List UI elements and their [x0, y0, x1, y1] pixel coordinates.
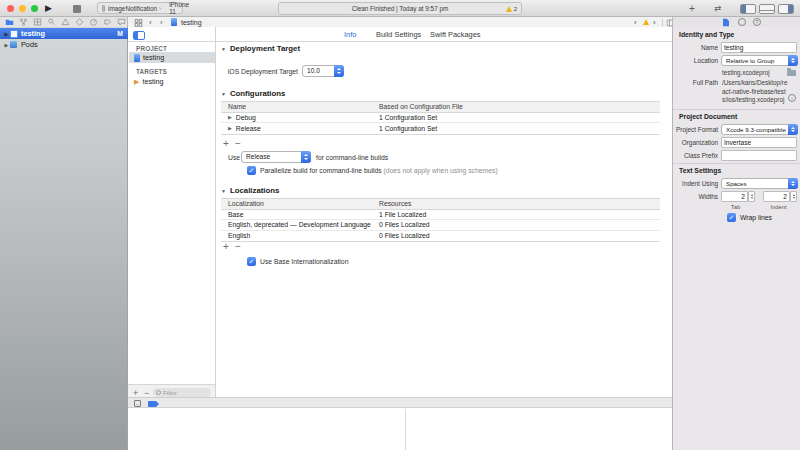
table-row[interactable]: ▶Debug 1 Configuration Set [221, 113, 660, 124]
add-localization-button[interactable]: + [223, 242, 229, 252]
history-inspector-icon[interactable] [738, 18, 746, 26]
target-item[interactable]: ▶ testing [129, 76, 215, 87]
disclosure-icon[interactable]: ▶ [228, 125, 232, 131]
quick-help-inspector-icon[interactable]: ? [753, 18, 761, 26]
issue-navigator-icon[interactable] [61, 18, 70, 26]
add-configuration-button[interactable]: + [223, 139, 229, 149]
remove-configuration-button[interactable]: − [235, 139, 241, 149]
reveal-in-finder-icon[interactable]: › [788, 94, 796, 102]
toolbar: ▶ i imageNotification › iPhone 11 Clean … [0, 0, 800, 17]
target-icon: ▶ [134, 78, 139, 86]
scheme-selector[interactable]: i imageNotification › iPhone 11 [97, 2, 183, 14]
run-button[interactable]: ▶ [45, 3, 52, 13]
close-window-button[interactable] [7, 5, 14, 12]
table-row[interactable]: English, deprecated — Development Langua… [221, 220, 660, 231]
tab-swift-packages[interactable]: Swift Packages [430, 30, 481, 39]
minimize-window-button[interactable] [19, 5, 26, 12]
navigator-item-testing[interactable]: ▶ testing M [0, 28, 128, 39]
class-prefix-label: Class Prefix [673, 152, 718, 159]
project-navigator-icon[interactable] [5, 18, 14, 26]
navigator-item-pods[interactable]: ▶ Pods [0, 39, 128, 50]
breakpoint-navigator-icon[interactable] [103, 18, 112, 26]
debug-console[interactable] [128, 409, 672, 450]
configurations-header[interactable]: ▼Configurations [221, 89, 285, 98]
column-based-on[interactable]: Based on Configuration File [379, 103, 463, 110]
forward-button[interactable]: › [160, 18, 163, 27]
status-text: Clean Finished | Today at 9:57 pm [352, 5, 449, 12]
widths-label: Widths [673, 193, 718, 200]
console-divider[interactable] [405, 409, 406, 450]
tab-width-stepper[interactable] [748, 191, 755, 202]
jumpbar-file-name[interactable]: testing [181, 19, 202, 26]
tab-build-settings[interactable]: Build Settings [376, 30, 421, 39]
column-name[interactable]: Name [221, 103, 246, 110]
navigator-item-label: Pods [21, 40, 38, 49]
filter-field[interactable]: Filter [153, 388, 211, 397]
indent-width-stepper[interactable] [790, 191, 797, 202]
ios-deployment-target-dropdown[interactable]: 10.0 [302, 65, 344, 77]
project-format-dropdown[interactable]: Xcode 9.3-compatible [721, 124, 798, 135]
use-base-internationalization-checkbox[interactable]: ✓ [247, 257, 256, 266]
toggle-navigator-button[interactable] [740, 4, 756, 14]
source-control-icon[interactable] [19, 18, 28, 26]
indent-using-label: Indent Using [673, 180, 718, 187]
find-navigator-icon[interactable] [47, 18, 56, 26]
column-resources[interactable]: Resources [379, 200, 412, 207]
report-navigator-icon[interactable] [117, 18, 126, 26]
sidebar-divider[interactable] [215, 27, 216, 397]
column-localization[interactable]: Localization [221, 200, 264, 207]
table-row[interactable]: ▶Release 1 Configuration Set [221, 123, 660, 134]
disclosure-icon[interactable]: ▶ [3, 42, 10, 48]
disclosure-open-icon[interactable]: ▼ [221, 188, 226, 194]
remove-localization-button[interactable]: − [235, 242, 241, 252]
disclosure-icon[interactable]: ▶ [228, 114, 232, 120]
hide-debug-area-icon[interactable]: ⌄ [134, 400, 141, 407]
toggle-inspectors-button[interactable] [778, 4, 794, 14]
dropdown-value: Relative to Group [726, 57, 774, 64]
disclosure-icon[interactable]: ▶ [3, 31, 10, 37]
wrap-lines-checkbox[interactable]: ✓ [727, 213, 736, 222]
back-button[interactable]: ‹ [149, 18, 152, 27]
location-dropdown[interactable]: Relative to Group [721, 55, 798, 66]
inspector-panel-icon [788, 5, 793, 13]
pods-project-icon [10, 41, 17, 48]
file-inspector-icon[interactable] [722, 18, 730, 27]
tab-info[interactable]: Info [344, 30, 356, 39]
folder-icon[interactable] [787, 70, 796, 76]
symbol-navigator-icon[interactable] [33, 18, 42, 26]
inspector-bar: ? [672, 17, 800, 27]
related-items-icon[interactable] [134, 19, 143, 27]
test-navigator-icon[interactable] [75, 18, 84, 26]
localizations-header[interactable]: ▼Localizations [221, 186, 279, 195]
indent-using-dropdown[interactable]: Spaces [721, 178, 798, 189]
editor-options-icon[interactable]: ⇄ [714, 3, 721, 13]
deployment-target-header[interactable]: ▼Deployment Target [221, 44, 300, 53]
next-issue-button[interactable]: › [653, 18, 656, 27]
warning-badge[interactable]: 2 [506, 6, 517, 12]
indent-width-field[interactable]: 2 [763, 191, 790, 202]
project-item[interactable]: testing [129, 52, 215, 63]
disclosure-open-icon[interactable]: ▼ [221, 46, 226, 52]
name-field[interactable]: testing [721, 42, 797, 53]
use-suffix-label: for command-line builds [316, 154, 388, 161]
command-line-config-dropdown[interactable]: Release [241, 151, 311, 163]
configurations-table: Name Based on Configuration File ▶Debug … [221, 101, 660, 135]
toggle-debug-area-button[interactable] [759, 4, 775, 14]
parallelize-checkbox[interactable]: ✓ [247, 166, 256, 175]
debug-navigator-icon[interactable] [89, 18, 98, 26]
parallelize-note: (does not apply when using schemes) [384, 167, 498, 174]
stop-button[interactable] [73, 5, 81, 13]
class-prefix-field[interactable] [721, 150, 797, 161]
table-row[interactable]: English 0 Files Localized [221, 231, 660, 242]
show-projects-list-icon[interactable] [133, 31, 145, 40]
previous-issue-button[interactable]: ‹ [634, 18, 637, 27]
library-button[interactable]: + [689, 3, 695, 14]
organization-field[interactable]: Invertase [721, 137, 797, 148]
zoom-window-button[interactable] [31, 5, 38, 12]
table-row[interactable]: Base 1 File Localized [221, 210, 660, 221]
breakpoints-toggle-icon[interactable] [148, 401, 159, 407]
dropdown-value: Release [246, 153, 270, 160]
disclosure-open-icon[interactable]: ▼ [221, 91, 226, 97]
tab-width-field[interactable]: 2 [721, 191, 748, 202]
identity-and-type-title: Identity and Type [679, 31, 734, 38]
